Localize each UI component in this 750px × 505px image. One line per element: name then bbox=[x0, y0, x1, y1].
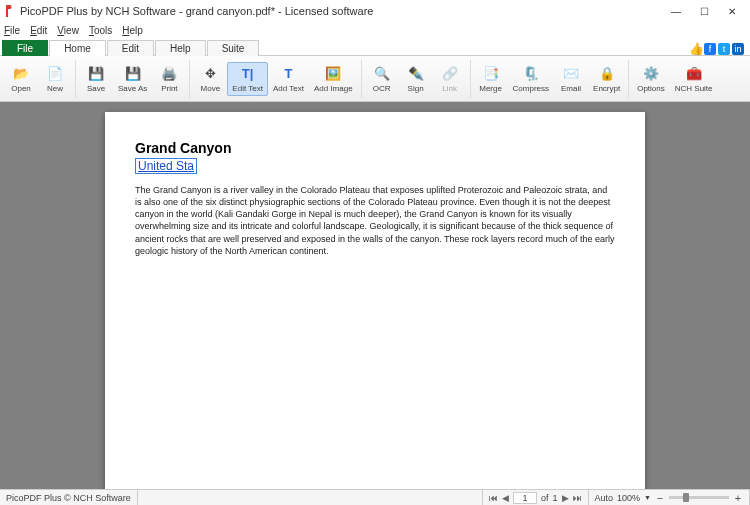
print-icon: 🖨️ bbox=[160, 65, 178, 83]
document-workspace[interactable]: Grand Canyon United Sta The Grand Canyon… bbox=[0, 102, 750, 489]
window-title: PicoPDF Plus by NCH Software - grand can… bbox=[20, 5, 662, 17]
open-icon: 📂 bbox=[12, 65, 30, 83]
zoom-control: Auto 100% ▼ − + bbox=[589, 490, 750, 505]
page-last-button[interactable]: ⏭ bbox=[573, 493, 582, 503]
zoom-in-button[interactable]: + bbox=[733, 492, 743, 504]
nch-suite-icon: 🧰 bbox=[685, 65, 703, 83]
page-prev-button[interactable]: ◀ bbox=[502, 493, 509, 503]
encrypt-icon: 🔒 bbox=[598, 65, 616, 83]
facebook-icon[interactable]: f bbox=[704, 43, 716, 55]
close-button[interactable]: ✕ bbox=[718, 2, 746, 20]
menu-file[interactable]: File bbox=[4, 25, 20, 36]
page-number-input[interactable]: 1 bbox=[513, 492, 537, 504]
page-next-button[interactable]: ▶ bbox=[562, 493, 569, 503]
save-button[interactable]: 💾Save bbox=[79, 62, 113, 96]
add-image-icon: 🖼️ bbox=[324, 65, 342, 83]
email-icon: ✉️ bbox=[562, 65, 580, 83]
add-image-button[interactable]: 🖼️Add Image bbox=[309, 62, 358, 96]
document-body: The Grand Canyon is a river valley in th… bbox=[135, 184, 615, 257]
link-button[interactable]: 🔗Link bbox=[433, 62, 467, 96]
menu-view[interactable]: View bbox=[57, 25, 79, 36]
add-text-icon: T bbox=[279, 65, 297, 83]
linkedin-icon[interactable]: in bbox=[732, 43, 744, 55]
save-icon: 💾 bbox=[87, 65, 105, 83]
menu-tools[interactable]: Tools bbox=[89, 25, 112, 36]
ribbon-tabs: File Home Edit Help Suite 👍 f t in bbox=[0, 38, 750, 56]
ocr-icon: 🔍 bbox=[373, 65, 391, 83]
zoom-out-button[interactable]: − bbox=[655, 492, 665, 504]
add-text-button[interactable]: TAdd Text bbox=[268, 62, 309, 96]
toolbar: 📂Open 📄New 💾Save 💾Save As 🖨️Print ✥Move … bbox=[0, 56, 750, 102]
print-button[interactable]: 🖨️Print bbox=[152, 62, 186, 96]
page-navigator: ⏮ ◀ 1 of 1 ▶ ⏭ bbox=[483, 490, 589, 505]
status-copyright: PicoPDF Plus © NCH Software bbox=[0, 490, 138, 505]
app-icon bbox=[4, 5, 16, 17]
encrypt-button[interactable]: 🔒Encrypt bbox=[588, 62, 625, 96]
email-button[interactable]: ✉️Email bbox=[554, 62, 588, 96]
like-icon[interactable]: 👍 bbox=[690, 43, 702, 55]
menubar: File Edit View Tools Help bbox=[0, 22, 750, 38]
page-first-button[interactable]: ⏮ bbox=[489, 493, 498, 503]
zoom-label: Auto bbox=[595, 493, 614, 503]
menu-edit[interactable]: Edit bbox=[30, 25, 47, 36]
tab-help[interactable]: Help bbox=[155, 40, 206, 56]
sign-icon: ✒️ bbox=[407, 65, 425, 83]
document-title: Grand Canyon bbox=[135, 140, 615, 156]
open-button[interactable]: 📂Open bbox=[4, 62, 38, 96]
move-icon: ✥ bbox=[201, 65, 219, 83]
zoom-slider[interactable] bbox=[669, 496, 729, 499]
twitter-icon[interactable]: t bbox=[718, 43, 730, 55]
titlebar: PicoPDF Plus by NCH Software - grand can… bbox=[0, 0, 750, 22]
statusbar: PicoPDF Plus © NCH Software ⏮ ◀ 1 of 1 ▶… bbox=[0, 489, 750, 505]
page-total: 1 bbox=[553, 493, 558, 503]
edit-text-icon: T| bbox=[239, 65, 257, 83]
tab-file[interactable]: File bbox=[2, 40, 48, 56]
document-subtitle-editing[interactable]: United Sta bbox=[135, 158, 197, 174]
tab-home[interactable]: Home bbox=[49, 40, 106, 56]
move-button[interactable]: ✥Move bbox=[193, 62, 227, 96]
save-as-button[interactable]: 💾Save As bbox=[113, 62, 152, 96]
nch-suite-button[interactable]: 🧰NCH Suite bbox=[670, 62, 718, 96]
options-icon: ⚙️ bbox=[642, 65, 660, 83]
options-button[interactable]: ⚙️Options bbox=[632, 62, 670, 96]
tab-suite[interactable]: Suite bbox=[207, 40, 260, 56]
compress-icon: 🗜️ bbox=[522, 65, 540, 83]
pdf-page[interactable]: Grand Canyon United Sta The Grand Canyon… bbox=[105, 112, 645, 489]
zoom-dropdown-icon[interactable]: ▼ bbox=[644, 494, 651, 501]
new-button[interactable]: 📄New bbox=[38, 62, 72, 96]
minimize-button[interactable]: — bbox=[662, 2, 690, 20]
merge-icon: 📑 bbox=[482, 65, 500, 83]
zoom-value: 100% bbox=[617, 493, 640, 503]
page-sep: of bbox=[541, 493, 549, 503]
menu-help[interactable]: Help bbox=[122, 25, 143, 36]
merge-button[interactable]: 📑Merge bbox=[474, 62, 508, 96]
tab-edit[interactable]: Edit bbox=[107, 40, 154, 56]
link-icon: 🔗 bbox=[441, 65, 459, 83]
save-as-icon: 💾 bbox=[124, 65, 142, 83]
compress-button[interactable]: 🗜️Compress bbox=[508, 62, 554, 96]
ocr-button[interactable]: 🔍OCR bbox=[365, 62, 399, 96]
sign-button[interactable]: ✒️Sign bbox=[399, 62, 433, 96]
maximize-button[interactable]: ☐ bbox=[690, 2, 718, 20]
edit-text-button[interactable]: T|Edit Text bbox=[227, 62, 268, 96]
new-icon: 📄 bbox=[46, 65, 64, 83]
